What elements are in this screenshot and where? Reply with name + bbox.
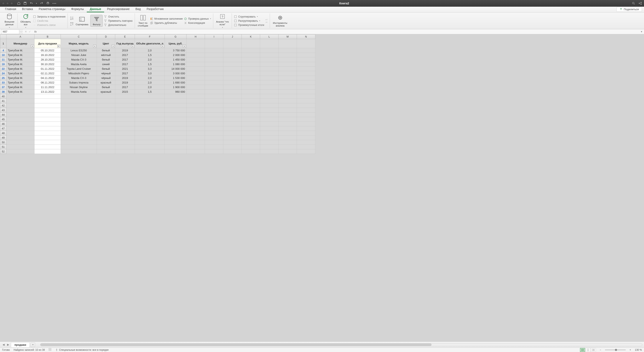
- cell[interactable]: Тригубов М.: [6, 48, 34, 53]
- cell[interactable]: 02.11.2022: [34, 71, 61, 76]
- row-header[interactable]: 45: [0, 117, 6, 122]
- cell[interactable]: [97, 149, 115, 154]
- cell[interactable]: [97, 113, 115, 117]
- cell[interactable]: [242, 140, 260, 145]
- cell[interactable]: [242, 62, 260, 67]
- cell[interactable]: [297, 122, 315, 126]
- cell[interactable]: [61, 136, 97, 140]
- cell[interactable]: красный: [97, 80, 115, 85]
- filter-dropdown-icon[interactable]: ▾: [161, 45, 164, 48]
- row-header[interactable]: 24: [0, 71, 6, 76]
- cell[interactable]: [135, 94, 165, 99]
- cell[interactable]: 2017: [115, 62, 135, 67]
- column-header[interactable]: L: [260, 34, 278, 39]
- cell[interactable]: [205, 136, 223, 140]
- cell[interactable]: [278, 48, 297, 53]
- flash-fill-button[interactable]: Мгновенное заполнение: [150, 17, 183, 21]
- cell[interactable]: [186, 136, 205, 140]
- formula-input[interactable]: [38, 30, 639, 34]
- cell[interactable]: [186, 62, 205, 67]
- cell[interactable]: красный: [97, 90, 115, 94]
- filter-dropdown-icon[interactable]: ▾: [112, 45, 114, 48]
- cell[interactable]: [242, 57, 260, 62]
- cell[interactable]: 2,0: [135, 85, 165, 90]
- row-header[interactable]: 50: [0, 140, 6, 145]
- cell[interactable]: [223, 113, 242, 117]
- cell[interactable]: [164, 94, 186, 99]
- cell[interactable]: [260, 62, 278, 67]
- table-header-cell[interactable]: [186, 39, 205, 48]
- cell[interactable]: [186, 90, 205, 94]
- cell[interactable]: [260, 136, 278, 140]
- zoom-slider[interactable]: [605, 350, 626, 350]
- row-header[interactable]: 10: [0, 53, 6, 57]
- tab-insert[interactable]: Вставка: [19, 6, 36, 12]
- cell[interactable]: [205, 108, 223, 113]
- cell[interactable]: [97, 94, 115, 99]
- cell[interactable]: [260, 76, 278, 80]
- cell[interactable]: Mazda CX-3: [61, 76, 97, 80]
- cell[interactable]: [205, 48, 223, 53]
- cell[interactable]: [242, 117, 260, 122]
- cell[interactable]: [34, 113, 61, 117]
- cell[interactable]: [61, 122, 97, 126]
- table-header-cell[interactable]: Марка, модель▾: [61, 39, 97, 48]
- cell[interactable]: [242, 131, 260, 136]
- cell[interactable]: [115, 131, 135, 136]
- column-header[interactable]: C: [61, 34, 97, 39]
- zoom-out-button[interactable]: −: [600, 349, 601, 351]
- undo-icon[interactable]: [30, 2, 33, 5]
- cell[interactable]: [205, 131, 223, 136]
- cell[interactable]: 14 000 000: [164, 67, 186, 71]
- cell[interactable]: 11.11.2022: [34, 85, 61, 90]
- cell[interactable]: [242, 149, 260, 154]
- cell[interactable]: [34, 94, 61, 99]
- cell[interactable]: [223, 99, 242, 103]
- cell[interactable]: Тригубов М.: [6, 90, 34, 94]
- expand-formula-icon[interactable]: ▾: [639, 30, 644, 33]
- external-data-button[interactable]: Внешние данные ▾: [4, 13, 15, 29]
- cell[interactable]: [61, 113, 97, 117]
- cell[interactable]: Тригубов М.: [6, 67, 34, 71]
- cell[interactable]: Mazda CX-3: [61, 57, 97, 62]
- table-header-cell[interactable]: [278, 39, 297, 48]
- view-page-layout-button[interactable]: [586, 348, 590, 352]
- view-normal-button[interactable]: [580, 348, 585, 352]
- cell[interactable]: [223, 136, 242, 140]
- cell[interactable]: [135, 145, 165, 149]
- row-header[interactable]: 19: [0, 62, 6, 67]
- cell[interactable]: [61, 126, 97, 131]
- row-header[interactable]: 4: [0, 48, 6, 53]
- tab-review[interactable]: Рецензирование: [104, 6, 132, 12]
- enter-icon[interactable]: ✓: [29, 30, 31, 33]
- cell[interactable]: [260, 149, 278, 154]
- cell[interactable]: [164, 131, 186, 136]
- cell[interactable]: [115, 108, 135, 113]
- cell[interactable]: [297, 131, 315, 136]
- table-header-cell[interactable]: Год выпуска▾: [115, 39, 135, 48]
- cell[interactable]: [135, 149, 165, 154]
- cancel-icon[interactable]: ✕: [25, 30, 27, 33]
- cell[interactable]: [97, 126, 115, 131]
- cell[interactable]: [278, 113, 297, 117]
- cell[interactable]: Subaru Impreza: [61, 80, 97, 85]
- cell[interactable]: [278, 103, 297, 108]
- cell[interactable]: [115, 136, 135, 140]
- cell[interactable]: [223, 80, 242, 85]
- filter-dropdown-icon[interactable]: ▾: [31, 45, 34, 48]
- cell[interactable]: [135, 131, 165, 136]
- cell[interactable]: [61, 145, 97, 149]
- cell[interactable]: [97, 145, 115, 149]
- row-header[interactable]: 25: [0, 76, 6, 80]
- cell[interactable]: 30.10.2022: [34, 62, 61, 67]
- filter-dropdown-icon[interactable]: ▾: [93, 45, 96, 48]
- cell[interactable]: 28.10.2022: [34, 57, 61, 62]
- row-header[interactable]: 46: [0, 122, 6, 126]
- cell[interactable]: [186, 122, 205, 126]
- cell[interactable]: [242, 67, 260, 71]
- cell[interactable]: [97, 122, 115, 126]
- filter-dropdown-icon[interactable]: ▾: [131, 45, 134, 48]
- print-icon[interactable]: [46, 2, 50, 5]
- cell[interactable]: [205, 113, 223, 117]
- cell[interactable]: [186, 113, 205, 117]
